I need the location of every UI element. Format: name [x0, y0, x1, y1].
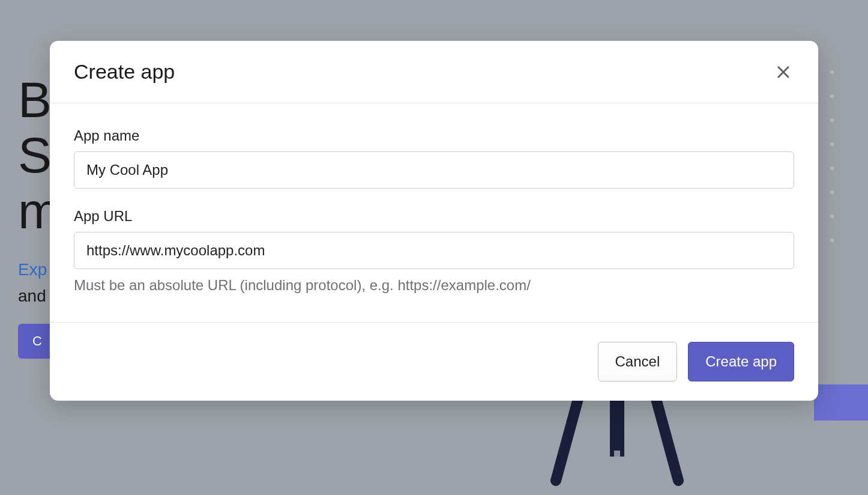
cancel-button[interactable]: Cancel [598, 342, 678, 381]
modal-title: Create app [74, 60, 175, 84]
app-name-input[interactable] [74, 151, 794, 189]
modal-overlay: Create app App name App URL Must be an a… [0, 0, 868, 495]
app-url-label: App URL [74, 208, 794, 225]
app-url-group: App URL Must be an absolute URL (includi… [74, 208, 794, 296]
app-name-group: App name [74, 127, 794, 189]
close-icon [775, 64, 792, 80]
app-url-input[interactable] [74, 232, 794, 269]
create-app-modal: Create app App name App URL Must be an a… [50, 41, 818, 401]
app-name-label: App name [74, 127, 794, 144]
app-url-help: Must be an absolute URL (including proto… [74, 275, 794, 296]
close-button[interactable] [773, 61, 794, 83]
modal-header: Create app [50, 41, 818, 103]
modal-body: App name App URL Must be an absolute URL… [50, 103, 818, 322]
modal-footer: Cancel Create app [50, 322, 818, 401]
create-app-button[interactable]: Create app [688, 342, 794, 381]
